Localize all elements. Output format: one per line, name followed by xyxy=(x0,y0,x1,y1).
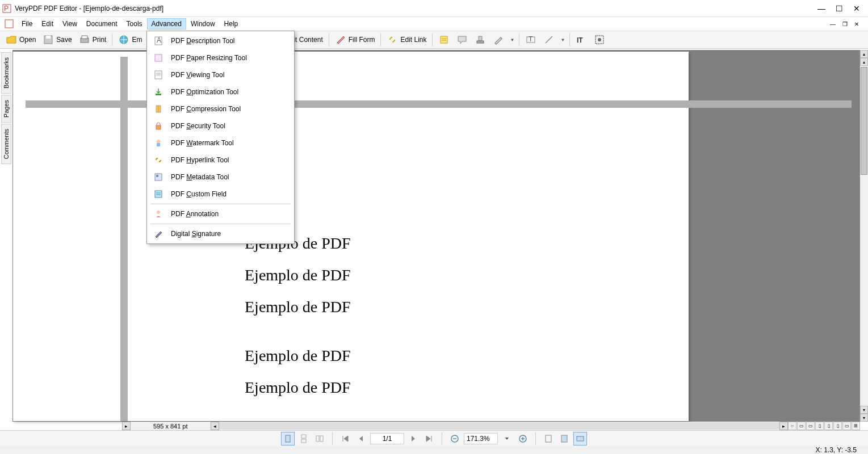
mini-tool-1[interactable]: ○ xyxy=(788,422,796,430)
zoom-dropdown-button[interactable] xyxy=(500,432,514,445)
mini-tool-2[interactable]: ▭ xyxy=(797,422,806,430)
save-button[interactable]: Save xyxy=(39,32,75,47)
menu-pdf-viewing-tool[interactable]: PDF Viewing Tool xyxy=(148,66,293,83)
menu-advanced[interactable]: Advanced xyxy=(147,18,186,30)
maximize-button[interactable]: ☐ xyxy=(836,4,843,13)
line-dropdown-arrow[interactable]: ▼ xyxy=(558,37,567,43)
svg-rect-38 xyxy=(301,435,306,438)
mdi-restore-button[interactable]: ❐ xyxy=(840,21,850,27)
comments-tab[interactable]: Comments xyxy=(1,124,11,164)
email-label: Em xyxy=(132,36,142,44)
menu-pdf-watermark-tool[interactable]: PDF Watermark Tool xyxy=(148,134,293,152)
hscroll-track[interactable] xyxy=(219,422,779,430)
mini-tool-6[interactable]: ▯ xyxy=(833,422,842,430)
mini-tool-5[interactable]: ▯ xyxy=(824,422,833,430)
actual-size-button[interactable] xyxy=(542,432,555,445)
menu-item-label: PDF Description Tool xyxy=(171,37,235,45)
svg-rect-49 xyxy=(577,436,584,441)
scroll-up-button[interactable]: ▴ xyxy=(860,50,868,58)
menu-pdf-optimization-tool[interactable]: PDF Optimization Tool xyxy=(148,83,293,100)
zoom-level-input[interactable] xyxy=(464,433,498,444)
menu-pdf-paper-resizing-tool[interactable]: PDF Paper Resizing Tool xyxy=(148,49,293,66)
menu-help[interactable]: Help xyxy=(220,18,243,30)
page-number-input[interactable] xyxy=(370,433,404,444)
svg-rect-8 xyxy=(441,36,447,43)
minimize-button[interactable]: — xyxy=(817,4,825,13)
viewing-icon xyxy=(153,69,164,81)
edit-content-button[interactable]: it Content xyxy=(290,34,326,45)
menu-edit[interactable]: Edit xyxy=(37,18,58,30)
edit-content-label: it Content xyxy=(293,36,322,44)
close-button[interactable]: ✕ xyxy=(853,4,860,13)
print-button[interactable]: Print xyxy=(76,32,110,47)
menu-document[interactable]: Document xyxy=(82,18,122,30)
menu-view[interactable]: View xyxy=(58,18,82,30)
text-select-tool-button[interactable]: IT xyxy=(572,32,590,47)
menu-item-label: Digital Signature xyxy=(171,230,221,238)
continuous-page-button[interactable] xyxy=(297,432,311,445)
comment-tool-button[interactable] xyxy=(453,32,471,47)
svg-rect-48 xyxy=(561,435,567,442)
edit-link-button[interactable]: Edit Link xyxy=(383,32,430,47)
open-button[interactable]: Open xyxy=(2,32,39,47)
zoom-out-button[interactable] xyxy=(448,432,462,445)
next-page-button[interactable] xyxy=(406,432,420,445)
svg-text:IT: IT xyxy=(577,36,583,44)
description-icon: A xyxy=(153,35,164,47)
scroll-down-button[interactable]: ▾ xyxy=(860,414,868,422)
single-page-button[interactable] xyxy=(281,432,295,445)
scroll-right-button[interactable]: ▸ xyxy=(779,422,788,430)
advanced-menu-dropdown: A PDF Description Tool PDF Paper Resizin… xyxy=(146,31,295,244)
menu-pdf-description-tool[interactable]: A PDF Description Tool xyxy=(148,32,293,49)
zoom-in-button[interactable] xyxy=(516,432,530,445)
scroll-up-button-2[interactable]: ▴ xyxy=(860,58,868,66)
menu-digital-signature[interactable]: Digital Signature xyxy=(148,225,293,242)
prev-page-button[interactable] xyxy=(354,432,368,445)
menu-pdf-metadata-tool[interactable]: PDF Metadata Tool xyxy=(148,169,293,186)
mini-tool-8[interactable]: ⊞ xyxy=(852,422,860,430)
pencil-dropdown-arrow[interactable]: ▼ xyxy=(508,37,517,43)
mdi-minimize-button[interactable]: — xyxy=(828,21,838,27)
nav-separator xyxy=(332,432,333,445)
pencil-tool-button[interactable] xyxy=(489,32,508,47)
svg-rect-11 xyxy=(479,36,482,41)
bookmarks-tab[interactable]: Bookmarks xyxy=(1,52,11,94)
image-select-tool-button[interactable] xyxy=(590,32,609,47)
svg-text:T: T xyxy=(529,35,533,43)
mdi-close-button[interactable]: ✕ xyxy=(852,21,861,27)
menu-pdf-compression-tool[interactable]: PDF Compression Tool xyxy=(148,100,293,117)
main-toolbar: Open Save Print Em it Content Fill Form … xyxy=(0,31,868,49)
email-button[interactable]: Em xyxy=(115,32,145,47)
fit-page-button[interactable] xyxy=(557,432,571,445)
pages-tab[interactable]: Pages xyxy=(1,95,11,123)
document-viewport[interactable]: de PDF de PDF Ejemplo de PDF Ejemplo de … xyxy=(12,50,860,422)
first-page-button[interactable] xyxy=(338,432,352,445)
scroll-thumb[interactable] xyxy=(861,67,867,175)
scroll-down-button-2[interactable]: ▾ xyxy=(860,406,868,414)
svg-text:P: P xyxy=(4,5,9,12)
vertical-scrollbar[interactable]: ▴ ▴ ▾ ▾ xyxy=(860,50,868,422)
menu-item-label: PDF Optimization Tool xyxy=(171,88,238,96)
menu-pdf-hyperlink-tool[interactable]: PDF Hyperlink Tool xyxy=(148,152,293,169)
text-box-tool-button[interactable]: T xyxy=(522,32,540,47)
mini-tool-7[interactable]: ▭ xyxy=(842,422,851,430)
panel-toggle-button[interactable]: ▸ xyxy=(122,422,131,430)
menu-pdf-security-tool[interactable]: PDF Security Tool xyxy=(148,117,293,134)
menu-pdf-custom-field[interactable]: PDF Custom Field xyxy=(148,186,293,203)
mini-tool-3[interactable]: ▭ xyxy=(806,422,815,430)
svg-rect-41 xyxy=(320,436,323,442)
fill-form-button[interactable]: Fill Form xyxy=(332,32,379,47)
menu-window[interactable]: Window xyxy=(186,18,220,30)
menu-file[interactable]: File xyxy=(17,18,37,30)
menu-tools[interactable]: Tools xyxy=(122,18,147,30)
scroll-left-button[interactable]: ◂ xyxy=(211,422,219,430)
last-page-button[interactable] xyxy=(422,432,436,445)
menu-pdf-annotation[interactable]: PDF Annotation xyxy=(148,205,293,222)
mini-tool-4[interactable]: ▯ xyxy=(815,422,824,430)
facing-page-button[interactable] xyxy=(313,432,326,445)
open-label: Open xyxy=(19,36,36,44)
fit-width-button[interactable] xyxy=(573,432,587,445)
note-tool-button[interactable] xyxy=(435,32,453,47)
stamp-tool-button[interactable] xyxy=(471,32,489,47)
line-tool-button[interactable] xyxy=(540,32,558,47)
